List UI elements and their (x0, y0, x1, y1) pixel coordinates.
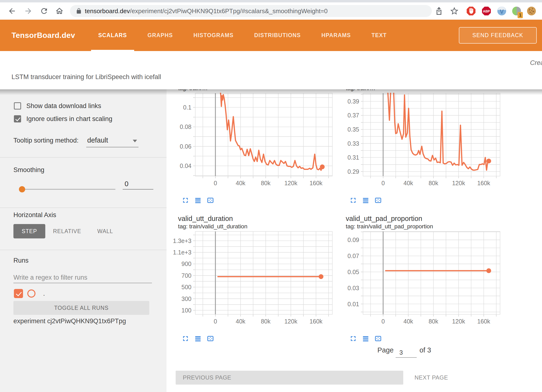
tab-scalars[interactable]: SCALARS (91, 20, 134, 51)
axis-step-button[interactable]: STEP (13, 224, 45, 238)
svg-text:1.1e+3: 1.1e+3 (173, 249, 191, 256)
runs-label: Runs (13, 257, 29, 264)
axis-wall-button[interactable]: WALL (95, 224, 116, 238)
charts-area: tag: train/… 040k80k120k160k0.040.060.08… (167, 89, 542, 392)
svg-text:40k: 40k (404, 318, 413, 325)
scalar-chart[interactable]: 040k80k120k160k0.040.060.080.1 (168, 92, 336, 194)
ext-abp-icon[interactable]: ABP (481, 6, 492, 16)
svg-text:300: 300 (181, 295, 191, 302)
fit-domain-icon[interactable] (375, 197, 382, 204)
url-bar[interactable]: tensorboard.dev/experiment/cj2vtPiwQHKN9… (70, 5, 432, 17)
main-area: Show data download links Ignore outliers… (0, 89, 542, 392)
tab-text[interactable]: TEXT (364, 20, 394, 51)
url-path: /experiment/cj2vtPiwQHKN9Q1tx6PTpg/#scal… (130, 7, 328, 15)
tooltip-sorting-label: Tooltip sorting method: (13, 137, 79, 144)
svg-text:160k: 160k (310, 318, 323, 325)
share-icon[interactable] (434, 6, 444, 16)
charts-row-2: valid_utt_duration tag: train/valid_utt_… (168, 214, 542, 345)
tab-histograms[interactable]: HISTOGRAMS (186, 20, 241, 51)
svg-text:120k: 120k (452, 318, 465, 325)
svg-text:80k: 80k (261, 180, 271, 186)
ignore-outliers-label: Ignore outliers in chart scaling (26, 115, 112, 123)
svg-text:40k: 40k (236, 318, 246, 325)
ext-vimium-label: V (500, 8, 504, 15)
header-nav: SCALARS GRAPHS HISTOGRAMS DISTRIBUTIONS … (91, 20, 400, 51)
chart-tag: tag: train/… (168, 89, 336, 92)
ext-cookie-icon[interactable] (526, 6, 537, 16)
scalar-chart[interactable]: 040k80k120k160k1003005007009001.1e+31.3e… (168, 230, 336, 332)
tooltip-sorting-dropdown[interactable]: default (86, 135, 138, 147)
ext-privacy-icon[interactable]: 1 (511, 6, 522, 16)
forward-icon[interactable] (24, 7, 33, 15)
fit-domain-icon[interactable] (207, 197, 214, 204)
data-table-icon[interactable] (362, 197, 369, 204)
chart-tag: tag: train/valid_utt_duration (168, 223, 336, 230)
fullscreen-icon[interactable] (182, 335, 189, 342)
send-feedback-button[interactable]: SEND FEEDBACK (459, 27, 537, 44)
smoothing-slider-thumb[interactable] (19, 186, 25, 192)
ext-adblock-hand-icon[interactable] (466, 6, 476, 16)
fullscreen-icon[interactable] (350, 197, 357, 204)
svg-text:40k: 40k (236, 180, 246, 186)
svg-text:0.08: 0.08 (180, 123, 191, 130)
chevron-down-icon (133, 140, 137, 142)
svg-text:0.05: 0.05 (347, 269, 359, 275)
smoothing-slider-track[interactable] (22, 189, 115, 190)
svg-text:0.1: 0.1 (183, 104, 191, 111)
chart-actions (168, 194, 336, 207)
ext-vimium-icon[interactable]: V (496, 6, 507, 16)
show-download-links-checkbox[interactable] (14, 102, 21, 110)
horizontal-axis-label: Horizontal Axis (13, 211, 56, 219)
run-row: . (14, 289, 45, 298)
svg-text:0.06: 0.06 (180, 143, 191, 150)
tab-distributions[interactable]: DISTRIBUTIONS (247, 20, 308, 51)
chart-tile: tag: train/… 040k80k120k160k0.040.060.08… (168, 89, 336, 207)
bookmark-star-icon[interactable] (450, 6, 459, 16)
scalar-chart[interactable]: 040k80k120k160k0.010.030.050.070.09 (336, 230, 504, 332)
runs-filter-input[interactable] (13, 272, 152, 283)
tensorboard-logo[interactable]: TensorBoard.dev (12, 20, 75, 51)
reload-icon[interactable] (40, 7, 48, 15)
run-name: . (43, 290, 45, 297)
svg-text:0.03: 0.03 (347, 285, 359, 291)
axis-relative-button[interactable]: RELATIVE (50, 224, 84, 238)
chart-tile: valid_utt_duration tag: train/valid_utt_… (168, 214, 336, 345)
svg-text:80k: 80k (261, 318, 271, 325)
svg-text:0.09: 0.09 (347, 236, 359, 243)
charts-row-1: tag: train/… 040k80k120k160k0.040.060.08… (168, 89, 542, 207)
ignore-outliers-checkbox[interactable] (14, 115, 21, 122)
ext-badge-count: 1 (518, 12, 523, 18)
svg-text:0: 0 (381, 318, 385, 325)
data-table-icon[interactable] (194, 335, 202, 342)
fullscreen-icon[interactable] (350, 335, 357, 342)
fit-domain-icon[interactable] (375, 335, 382, 342)
back-icon[interactable] (8, 7, 16, 15)
divider (0, 208, 167, 208)
chart-actions (336, 332, 504, 345)
browser-toolbar: tensorboard.dev/experiment/cj2vtPiwQHKN9… (0, 2, 542, 20)
toggle-all-runs-button[interactable]: TOGGLE ALL RUNS (13, 301, 149, 315)
scalar-chart[interactable]: 040k80k120k160k0.290.310.330.350.370.39 (336, 92, 504, 194)
tab-graphs[interactable]: GRAPHS (140, 20, 180, 51)
fullscreen-icon[interactable] (182, 197, 189, 204)
url-text: tensorboard.dev/experiment/cj2vtPiwQHKN9… (85, 7, 328, 15)
run-checkbox[interactable] (14, 289, 23, 298)
smoothing-value-input[interactable] (123, 179, 153, 190)
fit-domain-icon[interactable] (207, 335, 214, 342)
svg-text:500: 500 (181, 284, 191, 290)
home-icon[interactable] (55, 7, 64, 15)
svg-text:0.33: 0.33 (347, 140, 359, 147)
next-page-button[interactable]: NEXT PAGE (410, 371, 453, 385)
svg-text:100: 100 (181, 307, 191, 314)
tab-hparams[interactable]: HPARAMS (314, 20, 358, 51)
app-header: TensorBoard.dev SCALARS GRAPHS HISTOGRAM… (0, 20, 542, 51)
data-table-icon[interactable] (362, 335, 369, 342)
page-of-label: of 3 (420, 346, 431, 354)
subheader: Crea LSTM transducer training for LibriS… (0, 51, 542, 89)
svg-text:1.3e+3: 1.3e+3 (173, 237, 191, 244)
page-number-input[interactable] (396, 346, 417, 358)
previous-page-button[interactable]: PREVIOUS PAGE (176, 371, 403, 385)
pagination: Page of 3 (377, 346, 431, 361)
data-table-icon[interactable] (194, 197, 202, 204)
run-color-swatch (27, 289, 35, 298)
